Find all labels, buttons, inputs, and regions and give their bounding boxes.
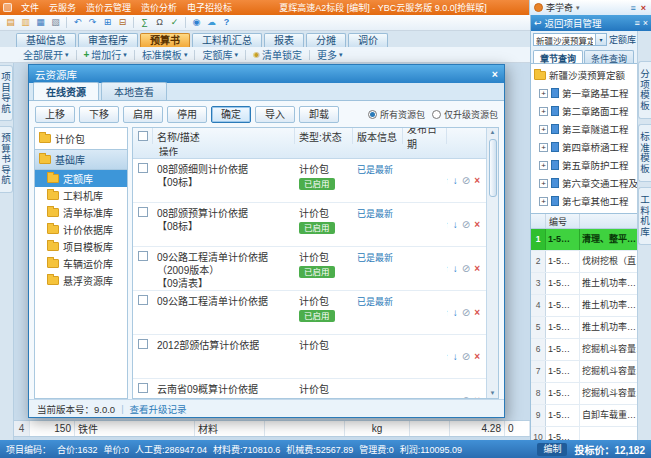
print-icon[interactable]: ▧ [49, 16, 62, 29]
expand-icon[interactable]: + [539, 107, 548, 116]
sidebar-item-project-nav[interactable]: 项目导航 [0, 65, 13, 121]
delete-icon[interactable]: × [474, 219, 480, 231]
user-name[interactable]: 李学奇 [546, 1, 573, 14]
tree-item-chapter[interactable]: + 第五章防护工程 [531, 156, 638, 174]
row-checkbox[interactable] [138, 163, 148, 173]
tree-item-chapter[interactable]: + 第四章桥涵工程 [531, 138, 638, 156]
scroll-down-icon[interactable]: ▼ [490, 389, 496, 398]
chevron-down-icon[interactable]: ▾ [576, 4, 580, 12]
move-down-icon[interactable]: ↓ [453, 351, 458, 363]
view-upgrade-log-link[interactable]: 查看升级记录 [130, 402, 187, 416]
quota-search-input[interactable] [534, 34, 595, 45]
side-tab-standard-template[interactable]: 标准模板 [638, 124, 651, 182]
disable-icon[interactable]: ⊘ [462, 351, 470, 363]
menu-cost-analysis[interactable]: 造价分析 [136, 1, 182, 14]
row-checkbox[interactable] [138, 251, 148, 261]
tab-review-program[interactable]: 审查程序 [78, 33, 138, 47]
row-checkbox[interactable] [138, 207, 148, 217]
disable-icon[interactable]: ⊘ [462, 395, 470, 399]
move-up-icon[interactable]: ↑ [447, 307, 449, 319]
tree-item-root[interactable]: 新疆沙漠预算定额 [531, 66, 638, 84]
resource-row[interactable]: 08部颁细则计价依据 【09标】 计价包 已启用 已是最新 ↑ ↓ ⊘ [133, 159, 486, 203]
expand-icon[interactable]: + [539, 161, 548, 170]
move-down-icon[interactable]: ↓ [453, 307, 458, 319]
resource-row[interactable]: 09公路工程清单计价依据（2009版本） 【09清表】 计价包 已启用 已是最新… [133, 247, 486, 291]
grid-row[interactable]: 5 1-5… 推土机功率… [531, 317, 638, 339]
move-up-icon[interactable]: ↑ [447, 175, 449, 187]
open-file-icon[interactable]: ▥ [19, 16, 32, 29]
grid-row[interactable]: 6 1-5… 挖掘机斗容量… [531, 339, 638, 361]
radio-all-resources[interactable]: 所有资源包 [368, 108, 425, 121]
tree-item-labor-material-library[interactable]: 工料机库 [35, 187, 127, 204]
tab-labor-material-summary[interactable]: 工料机汇总 [192, 33, 262, 47]
expand-icon[interactable]: + [539, 89, 548, 98]
save-icon[interactable]: ▦ [34, 16, 47, 29]
tree-item-chapter[interactable]: + 第六章交通工程及沿线设施 [531, 174, 638, 192]
tab-basic-info[interactable]: 基础信息 [16, 33, 76, 47]
grid-row[interactable]: 3 1-5… 推土机功率… [531, 273, 638, 295]
formula-icon[interactable]: Ω [153, 16, 166, 29]
move-up-icon[interactable]: ↑ [447, 219, 449, 231]
move-down-icon[interactable]: ↓ [453, 395, 458, 399]
back-icon[interactable]: ↩ [534, 18, 542, 28]
grid-row[interactable]: 9 1-5… 自卸车载重… [531, 405, 638, 427]
help-icon[interactable]: ? [220, 16, 233, 29]
scrollbar[interactable]: ▲ ▼ [486, 128, 498, 398]
menu-e-bidding[interactable]: 电子招投标 [182, 1, 237, 14]
radio-upgrade-only[interactable]: 仅升级资源包 [432, 108, 498, 121]
settings-icon[interactable]: ≡ [629, 3, 636, 13]
close-icon[interactable]: × [492, 68, 498, 80]
expand-icon[interactable]: + [539, 197, 548, 206]
tab-price-adjustment[interactable]: 调价 [348, 33, 388, 47]
tree-item-quota-library[interactable]: 定额库 [35, 170, 127, 187]
expand-icon[interactable]: + [539, 179, 548, 188]
side-tab-labor-material-lib[interactable]: 工料机库 [638, 187, 651, 245]
disable-icon[interactable]: ⊘ [462, 263, 470, 275]
select-all-checkbox[interactable] [138, 131, 148, 141]
row-checkbox[interactable] [138, 295, 148, 305]
grid-row[interactable]: 1 1-5… 清理、整平… [531, 229, 638, 251]
resource-row[interactable]: 09公路工程清单计价依据 计价包 已启用 已是最新 ↑ ↓ ⊘ [133, 291, 486, 335]
row-checkbox[interactable] [138, 383, 148, 393]
tab-apportion[interactable]: 分摊 [306, 33, 346, 47]
side-tab-subitem-template[interactable]: 分项模板 [638, 61, 651, 119]
menu-cloud-service[interactable]: 云服务 [44, 1, 81, 14]
grid-row[interactable]: 4 1-5… 推土机功率… [531, 295, 638, 317]
tree-item-floating-resource-library[interactable]: 悬浮资源库 [35, 272, 127, 289]
list-lock-button[interactable]: ◉ 清单锁定 [248, 47, 307, 62]
close-icon[interactable]: × [640, 3, 647, 13]
add-row-button[interactable]: + 增加行 ▾ [79, 47, 132, 62]
grid-row[interactable]: 10 1-5… [531, 427, 638, 440]
move-up-icon[interactable]: ↑ [447, 395, 449, 399]
move-down-icon[interactable]: ↓ [453, 175, 458, 187]
dialog-titlebar[interactable]: 云资源库 × [29, 65, 504, 83]
resource-row[interactable]: 2012部颁估算计价依据 计价包 ↑ ↓ ⊘ [133, 335, 486, 379]
resource-row[interactable]: 云南省09概算计价依据 计价包 ↑ ↓ ⊘ [133, 379, 486, 398]
move-down-icon[interactable]: ↓ [453, 263, 458, 275]
row-checkbox[interactable] [138, 339, 148, 349]
tab-chapter-query[interactable]: 章节查询 [533, 50, 583, 63]
return-project-mgmt-button[interactable]: 返回项目管理 [545, 16, 602, 30]
tree-item-project-template-library[interactable]: 项目模板库 [35, 238, 127, 255]
tab-condition-query[interactable]: 条件查询 [584, 50, 634, 63]
disable-icon[interactable]: ⊘ [462, 219, 470, 231]
enable-button[interactable]: 启用 [123, 106, 163, 123]
grid-row[interactable]: 8 1-5… 挖掘机斗容量… [531, 383, 638, 405]
library-label-button[interactable]: 定额库 [609, 33, 636, 46]
scroll-up-icon[interactable]: ▲ [490, 128, 496, 137]
scrollbar-thumb[interactable] [489, 139, 497, 197]
uninstall-button[interactable]: 卸载 [299, 106, 339, 123]
resource-row[interactable]: 08部颁预算计价依据 【08标】 计价包 已启用 已是最新 ↑ ↓ ⊘ [133, 203, 486, 247]
undo-icon[interactable]: ↶ [71, 16, 84, 29]
expand-all-button[interactable]: 全部展开 ▾ [18, 47, 74, 62]
tab-reports[interactable]: 报表 [264, 33, 304, 47]
grid-row[interactable]: 2 1-5… 伐树挖根（直… [531, 251, 638, 273]
quota-library-button[interactable]: 定额库 ▾ [197, 47, 243, 62]
more-button[interactable]: 更多 ▾ [312, 47, 348, 62]
tree-item-chapter[interactable]: + 第二章路面工程 [531, 102, 638, 120]
disable-icon[interactable]: ⊘ [462, 175, 470, 187]
tree-item-list-standard-library[interactable]: 清单标准库 [35, 204, 127, 221]
move-up-icon[interactable]: ↑ [447, 351, 449, 363]
table-row[interactable]: 4 150 铁件 材料 kg 4.28 0 [14, 420, 530, 437]
move-up-icon[interactable]: ↑ [447, 263, 449, 275]
